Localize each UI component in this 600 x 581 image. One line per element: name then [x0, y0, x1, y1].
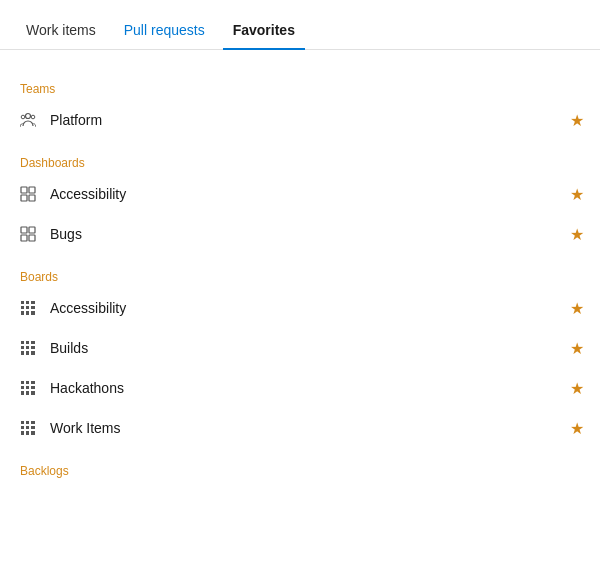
svg-rect-4 — [29, 187, 35, 193]
svg-rect-21 — [26, 341, 29, 344]
svg-rect-20 — [21, 341, 24, 344]
svg-rect-14 — [21, 306, 24, 309]
svg-rect-23 — [21, 346, 24, 349]
list-item[interactable]: Hackathons ★ — [0, 368, 600, 408]
svg-rect-40 — [31, 421, 35, 424]
item-label: Platform — [50, 112, 570, 128]
item-label: Accessibility — [50, 300, 570, 316]
svg-rect-12 — [26, 301, 29, 304]
svg-rect-38 — [21, 421, 24, 424]
list-item[interactable]: Accessibility ★ — [0, 174, 600, 214]
section-label-teams: Teams — [0, 74, 600, 100]
svg-rect-17 — [21, 311, 24, 315]
tab-bar: Work items Pull requests Favorites — [0, 0, 600, 50]
item-label: Bugs — [50, 226, 570, 242]
dashboard-icon — [16, 182, 40, 206]
tab-favorites[interactable]: Favorites — [223, 10, 305, 50]
svg-point-0 — [26, 114, 31, 119]
svg-rect-34 — [31, 386, 35, 389]
svg-rect-39 — [26, 421, 29, 424]
svg-rect-6 — [29, 195, 35, 201]
svg-point-2 — [21, 115, 25, 119]
svg-rect-44 — [21, 431, 24, 435]
svg-rect-15 — [26, 306, 29, 309]
board-icon — [16, 416, 40, 440]
svg-rect-10 — [29, 235, 35, 241]
tab-work-items[interactable]: Work items — [16, 10, 106, 50]
svg-rect-19 — [31, 311, 35, 315]
star-icon[interactable]: ★ — [570, 299, 584, 318]
team-icon — [16, 108, 40, 132]
star-icon[interactable]: ★ — [570, 111, 584, 130]
dashboard-icon — [16, 222, 40, 246]
section-label-boards: Boards — [0, 262, 600, 288]
favorites-content[interactable]: Teams Platform ★ Dashboards — [0, 50, 600, 581]
section-label-backlogs: Backlogs — [0, 456, 600, 482]
svg-rect-28 — [31, 351, 35, 355]
board-icon — [16, 376, 40, 400]
app-container: Work items Pull requests Favorites Teams… — [0, 0, 600, 581]
svg-rect-30 — [26, 381, 29, 384]
svg-rect-5 — [21, 195, 27, 201]
list-item[interactable]: Bugs ★ — [0, 214, 600, 254]
board-icon — [16, 336, 40, 360]
svg-rect-13 — [31, 301, 35, 304]
tab-pull-requests[interactable]: Pull requests — [114, 10, 215, 50]
svg-rect-33 — [26, 386, 29, 389]
svg-rect-46 — [31, 431, 35, 435]
svg-rect-18 — [26, 311, 29, 315]
svg-rect-43 — [31, 426, 35, 429]
svg-rect-41 — [21, 426, 24, 429]
star-icon[interactable]: ★ — [570, 379, 584, 398]
star-icon[interactable]: ★ — [570, 185, 584, 204]
svg-point-1 — [31, 115, 35, 119]
svg-rect-11 — [21, 301, 24, 304]
svg-rect-45 — [26, 431, 29, 435]
item-label: Builds — [50, 340, 570, 356]
list-item[interactable]: Builds ★ — [0, 328, 600, 368]
item-label: Accessibility — [50, 186, 570, 202]
svg-rect-25 — [31, 346, 35, 349]
svg-rect-26 — [21, 351, 24, 355]
star-icon[interactable]: ★ — [570, 339, 584, 358]
svg-rect-37 — [31, 391, 35, 395]
svg-rect-7 — [21, 227, 27, 233]
svg-rect-32 — [21, 386, 24, 389]
star-icon[interactable]: ★ — [570, 225, 584, 244]
svg-rect-9 — [21, 235, 27, 241]
svg-rect-42 — [26, 426, 29, 429]
svg-rect-31 — [31, 381, 35, 384]
item-label: Hackathons — [50, 380, 570, 396]
star-icon[interactable]: ★ — [570, 419, 584, 438]
svg-rect-29 — [21, 381, 24, 384]
svg-rect-36 — [26, 391, 29, 395]
board-icon — [16, 296, 40, 320]
svg-rect-8 — [29, 227, 35, 233]
section-label-dashboards: Dashboards — [0, 148, 600, 174]
list-item[interactable]: Platform ★ — [0, 100, 600, 140]
svg-rect-22 — [31, 341, 35, 344]
list-item[interactable]: Work Items ★ — [0, 408, 600, 448]
svg-rect-16 — [31, 306, 35, 309]
svg-rect-35 — [21, 391, 24, 395]
svg-rect-3 — [21, 187, 27, 193]
svg-rect-24 — [26, 346, 29, 349]
item-label: Work Items — [50, 420, 570, 436]
svg-rect-27 — [26, 351, 29, 355]
list-item[interactable]: Accessibility ★ — [0, 288, 600, 328]
